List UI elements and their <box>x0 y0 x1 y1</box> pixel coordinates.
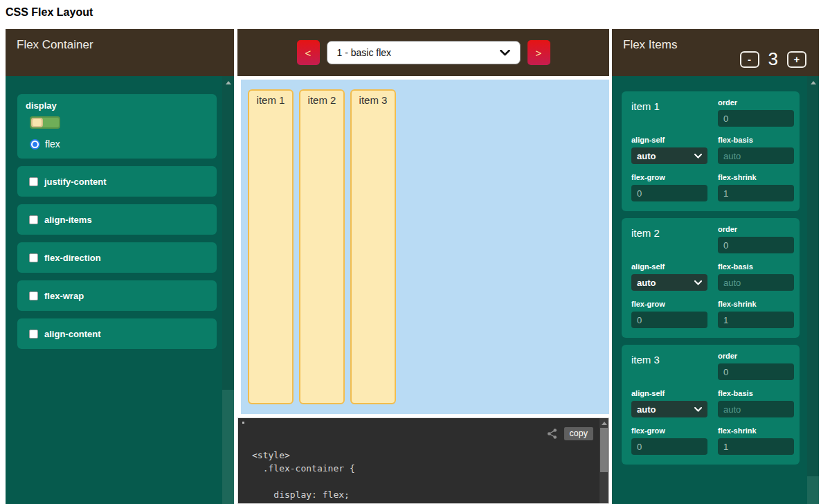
flex-grow-label: flex-grow <box>631 300 707 308</box>
chevron-down-icon <box>500 50 510 56</box>
justify-content-checkbox[interactable] <box>29 177 38 186</box>
item-counter: - 3 + <box>740 48 806 70</box>
flex-radio-label: flex <box>45 138 60 150</box>
demo-header: < 1 - basic flex > <box>237 29 609 76</box>
flex-shrink-label: flex-shrink <box>718 173 794 181</box>
flex-items-title: Flex Items <box>623 38 677 51</box>
flex-wrap-checkbox[interactable] <box>29 291 38 300</box>
increase-items-button[interactable]: + <box>787 51 806 68</box>
align-self-value: auto <box>637 278 656 288</box>
item-3-flex-shrink-input[interactable] <box>718 438 794 455</box>
display-toggle-knob <box>31 118 43 127</box>
align-items-checkbox[interactable] <box>29 215 38 224</box>
left-scrollbar-thumb[interactable] <box>222 390 234 504</box>
flex-basis-label: flex-basis <box>718 136 794 144</box>
flex-stage: item 1 item 2 item 3 <box>241 80 609 414</box>
next-demo-button[interactable]: > <box>527 40 550 65</box>
flex-container-body: display flex justify-content align-item <box>6 76 234 504</box>
flex-grow-label: flex-grow <box>631 173 707 181</box>
page-title: CSS Flex Layout <box>6 6 93 19</box>
item-1-order-input[interactable] <box>718 110 794 127</box>
item-3-align-self-select[interactable]: auto <box>631 401 707 417</box>
flex-items-body: item 1 order align-self auto <box>612 76 819 504</box>
align-items-label: align-items <box>44 215 92 225</box>
flex-demo-item-2-label: item 2 <box>308 94 336 106</box>
order-label: order <box>718 352 794 360</box>
flex-demo-item-1-label: item 1 <box>257 94 285 106</box>
item-2-title: item 2 <box>631 225 707 239</box>
prev-demo-button[interactable]: < <box>297 40 320 65</box>
property-card-align-items[interactable]: align-items <box>17 204 217 235</box>
property-card-flex-wrap[interactable]: flex-wrap <box>17 280 217 311</box>
align-content-checkbox[interactable] <box>29 330 38 339</box>
code-toolbar: copy <box>546 427 593 440</box>
item-2-order-input[interactable] <box>718 237 794 253</box>
flex-direction-label: flex-direction <box>44 253 101 263</box>
left-panel-scrollbar[interactable] <box>222 76 234 504</box>
align-self-label: align-self <box>631 389 707 397</box>
align-self-value: auto <box>637 151 656 161</box>
item-2-flex-shrink-input[interactable] <box>718 312 794 328</box>
chevron-down-icon <box>694 407 702 412</box>
scroll-up-arrow-icon[interactable] <box>226 81 231 84</box>
order-label: order <box>718 98 794 107</box>
item-1-flex-shrink-input[interactable] <box>718 185 794 201</box>
align-content-label: align-content <box>44 329 101 339</box>
share-icon[interactable] <box>546 428 558 440</box>
flex-radio[interactable] <box>30 139 40 150</box>
flex-basis-label: flex-basis <box>718 389 794 397</box>
flex-items-panel: Flex Items - 3 + item 1 order <box>612 29 819 504</box>
flex-demo-item-3-label: item 3 <box>359 94 388 106</box>
flex-demo-item-3: item 3 <box>350 89 396 404</box>
code-corner-dot <box>242 422 244 424</box>
right-panel-scrollbar[interactable] <box>807 76 819 504</box>
item-2-card: item 2 order align-self auto <box>622 218 800 338</box>
align-self-label: align-self <box>631 262 707 271</box>
property-card-justify-content[interactable]: justify-content <box>17 166 217 197</box>
item-2-align-self-select[interactable]: auto <box>631 274 707 291</box>
code-scrollbar[interactable] <box>599 418 608 503</box>
property-card-align-content[interactable]: align-content <box>17 318 217 349</box>
decrease-items-button[interactable]: - <box>740 51 759 68</box>
copy-button[interactable]: copy <box>564 427 593 440</box>
demo-select[interactable]: 1 - basic flex <box>327 41 521 64</box>
main-layout: Flex Container display flex justify-cont… <box>6 29 819 504</box>
flex-shrink-label: flex-shrink <box>718 426 794 435</box>
item-2-flex-grow-input[interactable] <box>631 312 707 328</box>
code-scrollbar-thumb[interactable] <box>600 428 608 472</box>
align-self-value: auto <box>637 404 656 415</box>
item-1-flex-grow-input[interactable] <box>631 185 707 201</box>
item-2-flex-basis-input[interactable] <box>718 274 794 291</box>
display-label: display <box>26 100 208 111</box>
scroll-up-arrow-icon[interactable] <box>811 81 816 84</box>
flex-demo-item-2: item 2 <box>299 89 345 404</box>
flex-radio-row: flex <box>30 138 208 150</box>
display-card: display flex <box>17 94 217 159</box>
chevron-down-icon <box>694 280 702 285</box>
item-3-card: item 3 order align-self auto <box>622 345 800 465</box>
flex-shrink-label: flex-shrink <box>718 300 794 308</box>
flex-grow-label: flex-grow <box>631 426 707 435</box>
item-3-order-input[interactable] <box>718 363 794 380</box>
flex-container-header: Flex Container <box>6 29 234 76</box>
flex-direction-checkbox[interactable] <box>29 253 38 262</box>
item-1-title: item 1 <box>631 98 707 112</box>
flex-wrap-label: flex-wrap <box>44 291 84 301</box>
flex-items-header: Flex Items - 3 + <box>612 29 819 76</box>
item-3-title: item 3 <box>631 352 707 366</box>
item-3-flex-basis-input[interactable] <box>718 401 794 417</box>
flex-demo-item-1: item 1 <box>248 89 294 404</box>
right-scrollbar-thumb[interactable] <box>807 476 819 504</box>
code-scroll-up-arrow-icon[interactable] <box>602 422 607 425</box>
order-label: order <box>718 225 794 233</box>
item-1-align-self-select[interactable]: auto <box>631 147 707 164</box>
align-self-label: align-self <box>631 136 707 144</box>
items-count: 3 <box>768 48 778 70</box>
property-card-flex-direction[interactable]: flex-direction <box>17 242 217 273</box>
demo-select-value: 1 - basic flex <box>337 47 392 58</box>
item-3-flex-grow-input[interactable] <box>631 438 707 455</box>
display-toggle[interactable] <box>30 116 60 129</box>
item-1-flex-basis-input[interactable] <box>718 147 794 164</box>
demo-body: item 1 item 2 item 3 <style> .flex-conta… <box>237 76 609 504</box>
chevron-down-icon <box>694 154 702 159</box>
